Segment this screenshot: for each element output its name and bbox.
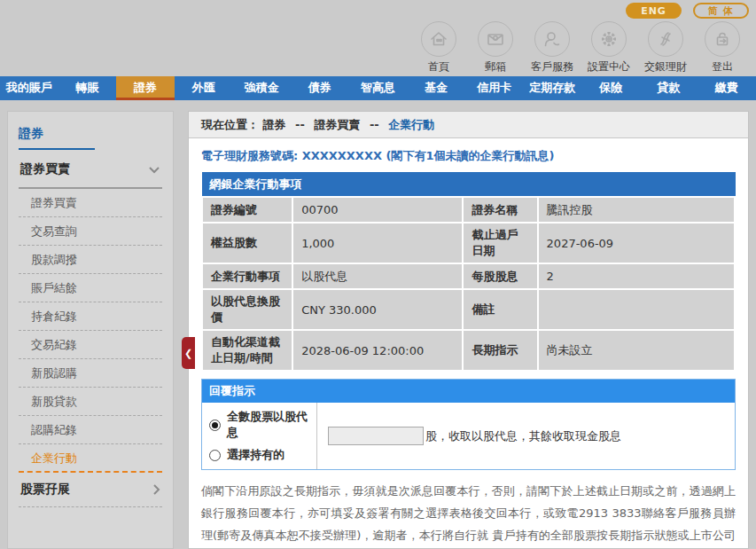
- sidebar-item-portfolio[interactable]: 持倉紀錄: [19, 302, 162, 331]
- stock-code-value: 00700: [292, 197, 463, 223]
- nav-insurance[interactable]: 保險: [581, 76, 640, 100]
- table-row: 權益股數 1,000 截止過戶日期 2027-06-09: [202, 223, 735, 263]
- channel-deadline-value: 2028-06-09 12:00:00: [292, 330, 463, 371]
- sidebar-item-account-balance[interactable]: 賬戶結餘: [19, 274, 162, 302]
- radio-partial-label: 選擇持有的: [227, 447, 284, 463]
- remarks-label: 備註: [463, 289, 537, 330]
- radio-unselected-icon[interactable]: [209, 450, 221, 461]
- radio-selected-icon[interactable]: [209, 420, 221, 431]
- chevron-down-icon: [148, 166, 160, 174]
- top-header: ENG 简 体 首頁 郵箱 客戶服務 設置中心: [0, 0, 756, 76]
- sidebar-item-ipo-loan[interactable]: 新股貸款: [19, 388, 162, 416]
- remarks-value: [538, 289, 735, 330]
- table-row: 證券編號 00700 證券名稱 騰訊控股: [202, 197, 735, 223]
- logout-shortcut[interactable]: 登出: [694, 21, 751, 75]
- home-shortcut[interactable]: 首頁: [410, 21, 467, 75]
- sidebar-item-securities-trading[interactable]: 證券買賣: [19, 189, 162, 217]
- dividend-per-share-value: 2: [538, 263, 735, 289]
- action-type-value: 以股代息: [292, 263, 463, 289]
- radio-all-scrip-dividend[interactable]: 全數股票以股代息: [209, 409, 311, 441]
- wealth-label: 交銀理財: [644, 59, 687, 75]
- table-row: 自動化渠道截止日期/時間 2028-06-09 12:00:00 長期指示 尚未…: [202, 330, 735, 371]
- mailbox-label: 郵箱: [485, 59, 506, 75]
- nav-forex[interactable]: 外匯: [175, 76, 233, 100]
- nav-mpf[interactable]: 強積金: [232, 76, 291, 100]
- sidebar: 證券 證券買賣 證券買賣 交易查詢 股款調撥 賬戶結餘 持倉紀錄 交易紀錄 新股…: [7, 111, 174, 549]
- sidebar-item-ipo-subscription[interactable]: 新股認購: [19, 359, 162, 388]
- standing-instruction-value: 尚未設立: [538, 330, 735, 371]
- stock-code-label: 證券編號: [202, 197, 292, 223]
- table-row: 企業行動事項 以股代息 每股股息 2: [202, 263, 735, 289]
- radio-all-scrip-label: 全數股票以股代息: [227, 409, 311, 441]
- sidebar-section-stock-margin[interactable]: 股票孖展: [19, 473, 162, 507]
- shares-input[interactable]: [328, 427, 424, 445]
- breadcrumb-current: 企業行動: [388, 118, 434, 131]
- sidebar-list: 證券買賣 交易查詢 股款調撥 賬戶結餘 持倉紀錄 交易紀錄 新股認購 新股貸款 …: [19, 189, 162, 473]
- logout-icon: [705, 21, 740, 57]
- nav-credit-card[interactable]: 信用卡: [465, 76, 524, 100]
- main-area: 證券 證券買賣 證券買賣 交易查詢 股款調撥 賬戶結餘 持倉紀錄 交易紀錄 新股…: [0, 100, 756, 549]
- content-panel: ❮ 現在位置： 證券 -- 證券買賣 -- 企業行動 電子理財服務號碼: XXX…: [188, 111, 749, 549]
- home-icon: [421, 21, 456, 57]
- nav-time-deposit[interactable]: 定期存款: [523, 76, 581, 100]
- nav-bill-payment[interactable]: 繳費: [698, 76, 756, 100]
- reply-instruction-title: 回覆指示: [202, 380, 735, 403]
- chevron-right-icon: [152, 483, 160, 496]
- nav-bonds[interactable]: 債券: [291, 76, 349, 100]
- book-close-date-label: 截止過戶日期: [463, 223, 537, 263]
- quick-icons: 首頁 郵箱 客戶服務 設置中心 交銀理財: [410, 21, 751, 75]
- breadcrumb-segment: 證券買賣: [314, 118, 360, 131]
- nav-my-accounts[interactable]: 我的賬戶: [0, 76, 58, 100]
- settings-shortcut[interactable]: 設置中心: [581, 21, 637, 75]
- settings-label: 設置中心: [588, 59, 630, 75]
- customer-service-icon: [534, 21, 570, 57]
- scrip-price-value: CNY 330.000: [292, 289, 463, 330]
- nav-transfer[interactable]: 轉賬: [58, 76, 117, 100]
- dividend-per-share-label: 每股股息: [463, 263, 537, 289]
- corporate-action-table: 網銀企業行動事項 證券編號 00700 證券名稱 騰訊控股 權益股數 1,000…: [201, 172, 736, 372]
- channel-deadline-label: 自動化渠道截止日期/時間: [202, 330, 292, 371]
- logout-label: 登出: [712, 59, 733, 75]
- standing-instruction-label: 長期指示: [463, 330, 537, 371]
- breadcrumb-segment: 證券: [263, 118, 286, 131]
- nav-smart-interest[interactable]: 智高息: [349, 76, 408, 100]
- settings-icon: [591, 21, 627, 57]
- nav-loans[interactable]: 貸款: [640, 76, 698, 100]
- reply-instruction-section: 回覆指示 全數股票以股代息 選擇持有的 股，收: [201, 379, 736, 470]
- action-type-label: 企業行動事項: [202, 263, 292, 289]
- customer-service-shortcut[interactable]: 客戶服務: [524, 21, 581, 75]
- breadcrumb-separator: --: [290, 118, 310, 131]
- entitled-shares-label: 權益股數: [202, 223, 292, 263]
- radio-partial-holding[interactable]: 選擇持有的: [209, 447, 311, 463]
- stock-name-value: 騰訊控股: [538, 197, 735, 223]
- breadcrumb-separator: --: [364, 118, 385, 131]
- sidebar-collapse-handle[interactable]: ❮: [182, 337, 195, 369]
- sidebar-section-securities-trading[interactable]: 證券買賣: [19, 150, 162, 189]
- lang-simplified-button[interactable]: 简 体: [693, 3, 749, 19]
- nav-securities[interactable]: 證券: [116, 76, 175, 100]
- home-label: 首頁: [428, 59, 449, 75]
- stock-name-label: 證券名稱: [463, 197, 537, 223]
- table-row: 以股代息換股價 CNY 330.000 備註: [202, 289, 735, 330]
- reply-options: 全數股票以股代息 選擇持有的: [202, 403, 317, 469]
- breadcrumb: 現在位置： 證券 -- 證券買賣 -- 企業行動: [189, 112, 748, 138]
- wealth-icon: [648, 21, 683, 57]
- customer-service-label: 客戶服務: [531, 59, 573, 75]
- instruction-notice: 倘閣下沿用原設之長期指示，毋須就是次派息回覆本行，否則，請閣下於上述截止日期或之…: [201, 480, 736, 549]
- sidebar-item-order-enquiry[interactable]: 交易查詢: [19, 217, 162, 246]
- nav-funds[interactable]: 基金: [407, 76, 465, 100]
- sidebar-item-subscription-records[interactable]: 認購紀錄: [19, 416, 162, 444]
- sidebar-item-corporate-action[interactable]: 企業行動: [19, 444, 162, 473]
- lang-eng-button[interactable]: ENG: [626, 3, 682, 19]
- mailbox-shortcut[interactable]: 郵箱: [467, 21, 524, 75]
- wealth-shortcut[interactable]: 交銀理財: [637, 21, 694, 75]
- sidebar-item-transaction-history[interactable]: 交易紀錄: [19, 331, 162, 359]
- sidebar-item-fund-transfer[interactable]: 股款調撥: [19, 246, 162, 274]
- sidebar-section-label: 股票孖展: [20, 482, 70, 498]
- entitled-shares-value: 1,000: [292, 223, 463, 263]
- table-title: 網銀企業行動事項: [202, 173, 735, 198]
- e-banking-service-number: 電子理財服務號碼: XXXXXXXXX (閣下有1個未讀的企業行動訊息): [201, 148, 736, 164]
- scrip-price-label: 以股代息換股價: [202, 289, 292, 330]
- breadcrumb-prefix: 現在位置：: [201, 118, 259, 131]
- sidebar-title: 證券: [19, 112, 95, 150]
